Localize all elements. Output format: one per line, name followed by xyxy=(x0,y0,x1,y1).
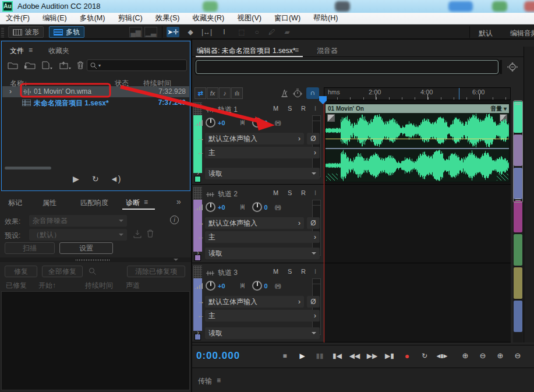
snap-magnet-icon[interactable]: ∩ xyxy=(306,87,319,99)
track-name[interactable]: 轨道 2 xyxy=(218,189,238,199)
preview-play-icon[interactable]: ▶ xyxy=(73,174,79,183)
transport-panel-menu-icon[interactable]: ≡ xyxy=(217,376,221,384)
pan-value[interactable]: 0 xyxy=(264,282,268,289)
solo-button[interactable]: S xyxy=(288,268,292,275)
preview-autoplay-speaker-icon[interactable]: ◄) xyxy=(110,174,121,183)
timeline-ruler[interactable]: hms 2:00 4:00 6:00 xyxy=(324,87,511,100)
menu-file[interactable]: 文件(F) xyxy=(6,13,30,23)
automation-expand-icon[interactable]: › xyxy=(197,169,199,177)
menu-view[interactable]: 视图(V) xyxy=(237,13,261,23)
output-dropdown[interactable]: 主› xyxy=(205,310,320,322)
settings-button[interactable]: 设置 xyxy=(59,242,113,254)
file-row-sesx[interactable]: 未命名混音项目 1.sesx* 7:37.240 xyxy=(2,97,189,108)
output-dropdown[interactable]: 主› xyxy=(205,147,320,158)
clip-header[interactable]: 01 Movin' On 音量 ▾ xyxy=(326,104,509,113)
diagnostics-menu-icon[interactable]: ≡ xyxy=(144,198,148,206)
pan-value[interactable]: 0 xyxy=(264,204,268,211)
zoom-in-horizontal-button[interactable]: ⊕ xyxy=(493,350,508,362)
tab-editor[interactable]: 编辑器: 未命名混音项目 1.sesx* xyxy=(197,46,295,56)
spectral-pitch-icon[interactable]: ▁▃ xyxy=(144,27,157,37)
input-dropdown[interactable]: 默认立体声输入› xyxy=(205,296,304,308)
scan-button[interactable]: 扫描 xyxy=(5,242,55,254)
skip-selection-button[interactable]: ◀▮▶ xyxy=(434,350,450,362)
automation-mode-dropdown[interactable]: 读取 xyxy=(205,327,320,339)
track-lane-2[interactable] xyxy=(324,185,511,263)
effect-dropdown[interactable]: 杂音降噪器 xyxy=(29,215,127,227)
track-lane-3[interactable] xyxy=(324,263,511,342)
overview-track-segment[interactable] xyxy=(514,301,522,332)
stereo-swap-icon[interactable]: ⇄ xyxy=(194,87,206,99)
delete-preset-icon[interactable] xyxy=(147,229,154,238)
tab-files[interactable]: 文件 xyxy=(10,46,24,56)
razor-tool-icon[interactable]: ◆ xyxy=(184,27,197,37)
tab-diagnostics[interactable]: 诊断 xyxy=(126,198,140,208)
automation-expand-icon[interactable]: › xyxy=(197,329,199,337)
go-to-end-button[interactable]: ▶▮ xyxy=(382,350,397,362)
sends-icon[interactable]: ((•)) xyxy=(275,283,281,289)
workspace-default-button[interactable]: 默认 xyxy=(479,29,493,38)
volume-knob[interactable] xyxy=(206,202,215,212)
paintbrush-tool-icon[interactable]: 🖊 xyxy=(266,27,278,37)
volume-value[interactable]: +0 xyxy=(218,204,225,211)
track-title[interactable]: 轨道 2 xyxy=(206,189,238,199)
overview-track-segment[interactable] xyxy=(514,234,522,266)
record-arm-button[interactable]: R xyxy=(301,105,306,112)
zoom-navigator[interactable] xyxy=(196,60,498,74)
file-row-wma[interactable]: › 01 Movin' On.wma 7:32.928 xyxy=(2,86,189,97)
track-title[interactable]: 轨道 1 xyxy=(206,105,238,115)
rewind-button[interactable]: ◀◀ xyxy=(347,350,362,362)
save-preset-icon[interactable] xyxy=(133,229,142,239)
automation-mode-dropdown[interactable]: 读取 xyxy=(205,248,320,259)
go-to-start-button[interactable]: ▮◀ xyxy=(330,350,345,362)
new-file-icon[interactable] xyxy=(41,61,53,69)
time-selection-tool-icon[interactable]: I xyxy=(218,27,231,37)
horizontal-scrollbar[interactable] xyxy=(5,167,51,169)
pan-knob[interactable] xyxy=(252,202,262,212)
fx-rack-icon[interactable]: fx xyxy=(207,87,218,99)
zoom-out-horizontal-button[interactable]: ⊖ xyxy=(510,350,525,362)
mute-button[interactable]: M xyxy=(273,268,278,275)
sends-icon[interactable]: ((•)) xyxy=(275,120,281,126)
menu-multitrack[interactable]: 多轨(M) xyxy=(80,13,105,23)
mute-button[interactable]: M xyxy=(273,189,278,196)
audio-clip[interactable]: 01 Movin' On 音量 ▾ xyxy=(325,104,510,182)
track-name[interactable]: 轨道 3 xyxy=(218,268,238,278)
overview-scroll-thumb[interactable] xyxy=(513,100,523,203)
overview-track-segment[interactable] xyxy=(514,201,522,232)
solo-button[interactable]: S xyxy=(288,105,292,112)
pause-button[interactable]: ▮▮ xyxy=(312,350,327,362)
record-button[interactable]: ● xyxy=(399,350,415,362)
repair-button[interactable]: 修复 xyxy=(5,266,37,277)
tab-properties[interactable]: 属性 xyxy=(43,198,56,208)
menu-window[interactable]: 窗口(W) xyxy=(274,13,300,23)
sends-icon[interactable]: ((•)) xyxy=(275,204,281,210)
toolbar-grip[interactable] xyxy=(1,27,4,37)
meters-icon[interactable]: ılı xyxy=(231,87,243,99)
stopwatch-icon[interactable] xyxy=(292,88,303,98)
repair-all-button[interactable]: 全部修复 xyxy=(42,266,83,277)
overview-track-segment[interactable] xyxy=(514,267,522,299)
clear-repaired-button[interactable]: 清除已修复项 xyxy=(127,266,185,277)
clip-volume-label[interactable]: 音量 ▾ xyxy=(490,104,507,113)
spot-healing-tool-icon[interactable]: ▰ xyxy=(281,27,293,37)
tab-markers[interactable]: 标记 xyxy=(8,198,22,208)
multitrack-view-button[interactable]: 多轨 xyxy=(49,26,84,38)
input-dropdown[interactable]: 默认立体声输入› xyxy=(205,217,304,229)
slip-tool-icon[interactable]: |↔| xyxy=(200,27,213,37)
metronome-icon[interactable] xyxy=(280,89,289,98)
menu-effects[interactable]: 效果(S) xyxy=(155,13,180,23)
track-lanes[interactable]: 01 Movin' On 音量 ▾ xyxy=(324,100,511,342)
volume-knob[interactable] xyxy=(206,281,215,291)
pan-knob[interactable] xyxy=(252,281,262,291)
waveform-view-button[interactable]: 波形 xyxy=(8,26,44,38)
column-divider[interactable] xyxy=(191,40,192,392)
zoom-in-vertical-button[interactable]: ⊕ xyxy=(458,350,473,362)
editor-panel-menu-icon[interactable]: ≡ xyxy=(295,46,299,54)
lasso-selection-icon[interactable]: ○ xyxy=(250,27,263,37)
info-icon[interactable]: i xyxy=(170,216,179,224)
volume-envelope-line[interactable] xyxy=(326,139,509,139)
no-input-effects-button[interactable]: Ø xyxy=(307,296,320,308)
input-monitor-button[interactable]: I xyxy=(314,189,316,196)
loop-playback-button[interactable]: ↻ xyxy=(417,350,432,362)
find-icon[interactable] xyxy=(89,267,97,276)
